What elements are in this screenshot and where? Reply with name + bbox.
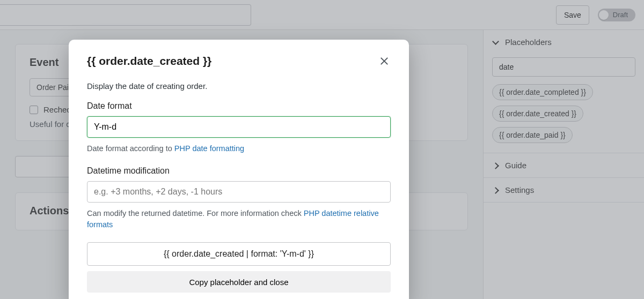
date-format-help: Date format according to PHP date format…: [87, 143, 391, 154]
modal-description: Display the date of creating order.: [87, 81, 391, 91]
php-date-formatting-link[interactable]: PHP date formatting: [174, 144, 244, 153]
modal-title: {{ order.date_created }}: [87, 55, 211, 68]
datetime-mod-label: Datetime modification: [87, 166, 391, 176]
datetime-mod-help: Can modify the returned datetime. For mo…: [87, 208, 391, 230]
datetime-mod-input[interactable]: [87, 181, 391, 203]
copy-and-close-button[interactable]: Copy placeholder and close: [87, 271, 391, 293]
date-format-help-text: Date format according to: [87, 144, 174, 153]
close-icon[interactable]: [378, 55, 391, 68]
datetime-mod-help-text: Can modify the returned datetime. For mo…: [87, 209, 304, 218]
date-format-label: Date format: [87, 101, 391, 111]
placeholder-config-modal: {{ order.date_created }} Display the dat…: [69, 40, 409, 299]
date-format-input[interactable]: [87, 116, 391, 138]
placeholder-result: {{ order.date_created | format: 'Y-m-d' …: [87, 242, 391, 266]
